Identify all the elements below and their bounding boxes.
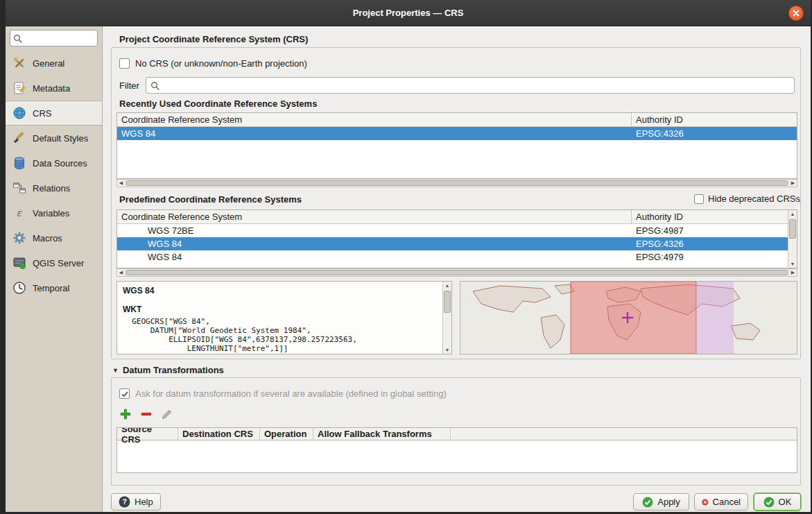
scroll-thumb[interactable]: [444, 291, 451, 313]
apply-button-label: Apply: [657, 497, 680, 507]
help-button[interactable]: ? Help: [111, 493, 161, 511]
column-header-crs[interactable]: Coordinate Reference System: [117, 113, 632, 126]
column-header-allow-fallback[interactable]: Allow Fallback Transforms: [313, 428, 451, 440]
general-icon: [11, 55, 28, 71]
predefined-table-vscrollbar[interactable]: ▲ ▼: [788, 210, 797, 268]
cell-authority-id: EPSG:4987: [632, 225, 788, 236]
datum-table-header: Source CRS Destination CRS Operation All…: [117, 428, 797, 440]
apply-icon: [642, 497, 653, 508]
column-header-source-crs[interactable]: Source CRS: [117, 428, 178, 440]
filter-label: Filter: [119, 80, 139, 91]
sidebar-item-data-sources[interactable]: Data Sources: [6, 151, 102, 175]
search-icon: [150, 81, 159, 90]
ask-datum-label: Ask for datum transformation if several …: [135, 388, 447, 399]
sidebar-item-qgis-server[interactable]: QGIS Server: [6, 250, 102, 275]
scroll-right-arrow[interactable]: ▶: [788, 180, 797, 187]
scroll-thumb[interactable]: [789, 219, 796, 239]
relations-icon: [11, 180, 28, 196]
table-row-partial[interactable]: [117, 264, 788, 268]
remove-transform-button[interactable]: [139, 406, 154, 422]
hide-deprecated-checkbox[interactable]: [694, 194, 704, 204]
sidebar-item-label: Relations: [33, 183, 70, 194]
wkt-line: GEOGCRS["WGS 84",: [123, 317, 438, 326]
sidebar: General Metadata CRS: [6, 26, 103, 512]
sidebar-item-temporal[interactable]: Temporal: [6, 275, 102, 300]
crs-icon: [11, 105, 28, 121]
crs-group-title: Project Coordinate Reference System (CRS…: [119, 34, 308, 44]
sidebar-item-label: Variables: [33, 208, 69, 219]
minus-icon: [139, 407, 153, 421]
wkt-line: DATUM["World Geodetic System 1984",: [123, 326, 438, 335]
help-button-label: Help: [135, 497, 153, 507]
sidebar-search-input[interactable]: [10, 30, 98, 46]
scroll-left-arrow[interactable]: ◀: [117, 180, 126, 187]
edit-transform-button[interactable]: [159, 406, 175, 422]
no-crs-checkbox[interactable]: [119, 58, 130, 69]
sidebar-item-label: Default Styles: [33, 133, 88, 144]
scroll-up-arrow[interactable]: ▲: [443, 282, 451, 289]
ask-datum-checkbox[interactable]: [119, 388, 130, 399]
sidebar-item-default-styles[interactable]: Default Styles: [6, 126, 102, 151]
scroll-up-arrow[interactable]: ▲: [788, 210, 797, 218]
filter-input[interactable]: [146, 78, 794, 93]
scroll-left-arrow[interactable]: ◀: [117, 269, 126, 276]
collapse-triangle-icon[interactable]: ▼: [112, 367, 119, 374]
recent-table-hscrollbar[interactable]: ◀ ▶: [116, 179, 797, 187]
wkt-line: LENGTHUNIT["metre",1]]: [123, 344, 438, 353]
sidebar-item-label: General: [33, 58, 64, 69]
cell-authority-id: EPSG:4326: [632, 128, 797, 139]
ask-datum-row: Ask for datum transformation if several …: [119, 388, 447, 399]
cancel-icon: [702, 497, 709, 508]
table-row-wgs72be[interactable]: WGS 72BE EPSG:4987: [117, 224, 788, 237]
filter-input-wrap: [146, 77, 795, 94]
plus-icon: [119, 407, 132, 421]
pencil-icon: [160, 407, 174, 421]
sidebar-item-general[interactable]: General: [6, 51, 102, 76]
scroll-thumb[interactable]: [126, 180, 788, 186]
wkt-line: PRIMEM["Greenwich",0,: [123, 353, 438, 354]
column-header-authority[interactable]: Authority ID: [632, 113, 797, 126]
styles-icon: [11, 130, 28, 146]
predefined-section-title: Predefined Coordinate Reference Systems: [119, 194, 302, 205]
extent-highlight-violet: [696, 282, 734, 354]
titlebar[interactable]: Project Properties — CRS: [6, 0, 811, 26]
apply-button[interactable]: Apply: [633, 493, 689, 511]
add-transform-button[interactable]: [118, 406, 133, 422]
table-row-wgs84[interactable]: WGS 84 EPSG:4326: [117, 127, 797, 140]
column-header-destination-crs[interactable]: Destination CRS: [178, 428, 260, 440]
sidebar-item-metadata[interactable]: Metadata: [6, 76, 102, 101]
sidebar-item-variables[interactable]: ε Variables: [6, 200, 102, 225]
predefined-table-hscrollbar[interactable]: ◀ ▶: [116, 268, 797, 277]
sidebar-item-label: Data Sources: [33, 158, 87, 169]
sidebar-item-macros[interactable]: Macros: [6, 225, 102, 250]
scroll-thumb[interactable]: [126, 270, 788, 275]
cell-crs-name: WGS 84: [117, 252, 632, 262]
cell-authority-id: EPSG:4979: [632, 252, 788, 262]
column-header-crs[interactable]: Coordinate Reference System: [117, 210, 632, 223]
close-button[interactable]: [788, 6, 804, 21]
extent-highlight-red: [571, 282, 696, 354]
variables-icon: ε: [11, 205, 28, 221]
wkt-crs-name: WGS 84: [123, 286, 438, 295]
scroll-down-arrow[interactable]: ▼: [788, 260, 797, 268]
no-crs-row: No CRS (or unknown/non-Earth projection): [119, 58, 307, 69]
data-sources-icon: [11, 155, 28, 171]
sidebar-item-label: Macros: [33, 233, 62, 243]
sidebar-item-label: CRS: [33, 108, 51, 119]
table-row-wgs84-4979[interactable]: WGS 84 EPSG:4979: [117, 250, 788, 264]
sidebar-item-crs[interactable]: CRS: [6, 101, 102, 126]
scroll-right-arrow[interactable]: ▶: [788, 269, 797, 276]
wkt-vscrollbar[interactable]: ▲ ▼: [442, 282, 451, 354]
table-row-wgs84-4326[interactable]: WGS 84 EPSG:4326: [117, 237, 788, 250]
sidebar-item-relations[interactable]: Relations: [6, 175, 102, 200]
svg-text:?: ?: [122, 497, 127, 506]
predefined-crs-table: Coordinate Reference System Authority ID…: [116, 209, 797, 268]
column-header-operation[interactable]: Operation: [260, 428, 313, 440]
wkt-panel: WGS 84 WKT GEOGCRS["WGS 84", DATUM["Worl…: [116, 281, 452, 354]
datum-section-header[interactable]: ▼ Datum Transformations: [112, 365, 224, 375]
scroll-down-arrow[interactable]: ▼: [443, 346, 451, 354]
column-header-authority[interactable]: Authority ID: [632, 210, 788, 223]
ok-button[interactable]: OK: [754, 493, 801, 511]
cancel-button[interactable]: Cancel: [694, 493, 748, 511]
predefined-table-header: Coordinate Reference System Authority ID: [117, 210, 788, 224]
